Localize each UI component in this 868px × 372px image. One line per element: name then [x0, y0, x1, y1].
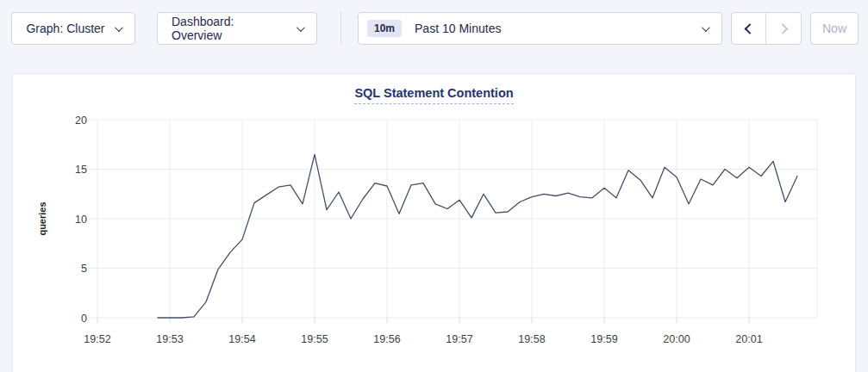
time-range-dropdown[interactable]: 10m Past 10 Minutes	[358, 12, 722, 45]
svg-text:19:54: 19:54	[228, 333, 255, 345]
svg-text:19:52: 19:52	[84, 333, 110, 345]
svg-text:19:59: 19:59	[590, 333, 617, 345]
chart-card: SQL Statement Contention 0510152019:5219…	[12, 73, 856, 372]
svg-text:20: 20	[75, 115, 87, 127]
time-range-label: Past 10 Minutes	[415, 22, 702, 35]
dashboard-dropdown-label: Dashboard: Overview	[172, 15, 287, 42]
chevron-right-icon	[777, 23, 788, 34]
svg-text:19:56: 19:56	[373, 333, 400, 345]
svg-text:10: 10	[75, 214, 87, 226]
graph-dropdown-label: Graph: Cluster	[26, 22, 104, 35]
svg-text:15: 15	[75, 164, 87, 176]
time-range-badge: 10m	[367, 20, 402, 37]
time-back-button[interactable]	[732, 13, 766, 44]
toolbar-divider	[340, 12, 341, 45]
sql-contention-line-chart[interactable]: 0510152019:5219:5319:5419:5519:5619:5719…	[1, 104, 868, 363]
svg-text:0: 0	[81, 313, 87, 325]
svg-text:19:57: 19:57	[446, 333, 472, 345]
now-button[interactable]: Now	[810, 12, 859, 45]
svg-text:19:53: 19:53	[156, 333, 183, 345]
chart-title-row: SQL Statement Contention	[13, 85, 855, 104]
dashboard-dropdown[interactable]: Dashboard: Overview	[157, 12, 317, 45]
chevron-down-icon	[114, 23, 122, 32]
graph-dropdown[interactable]: Graph: Cluster	[11, 12, 135, 45]
chevron-down-icon	[702, 23, 710, 32]
time-forward-button[interactable]	[766, 13, 801, 44]
time-window-arrows	[731, 12, 802, 45]
svg-text:19:55: 19:55	[301, 333, 328, 345]
chevron-left-icon	[745, 23, 756, 34]
toolbar: Graph: Cluster Dashboard: Overview 10m P…	[11, 12, 859, 45]
now-button-label: Now	[822, 22, 846, 35]
svg-text:queries: queries	[37, 202, 47, 235]
svg-text:5: 5	[81, 263, 87, 275]
svg-text:20:01: 20:01	[735, 333, 762, 345]
svg-text:19:58: 19:58	[518, 333, 545, 345]
svg-text:20:00: 20:00	[663, 333, 690, 345]
chevron-down-icon	[297, 23, 305, 32]
chart-title[interactable]: SQL Statement Contention	[354, 86, 513, 104]
